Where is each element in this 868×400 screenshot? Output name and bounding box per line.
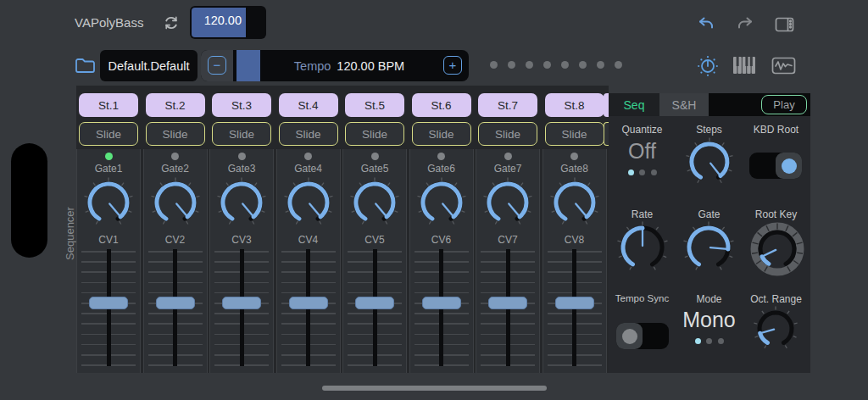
slide-button[interactable]: Slide [478, 122, 537, 146]
gate-knob[interactable] [149, 176, 202, 229]
side-panel-toggle-button[interactable] [773, 14, 795, 35]
step-button[interactable]: St.6 [412, 93, 471, 117]
mode-value[interactable]: Mono [676, 308, 743, 332]
slide-button[interactable]: Slide [146, 122, 205, 146]
step-button[interactable]: St.7 [478, 93, 537, 117]
steps-knob[interactable] [684, 136, 735, 187]
step-active-dot [171, 153, 179, 160]
preset-name: Default.Default [108, 59, 190, 73]
scope-view-button[interactable] [770, 53, 797, 77]
step-button[interactable]: St.5 [345, 93, 404, 117]
root-key-knob[interactable] [748, 220, 806, 278]
cv-slider-handle[interactable] [89, 297, 128, 309]
mode-dots [676, 338, 743, 344]
kbd-root-toggle[interactable] [749, 153, 802, 179]
slide-button[interactable]: Slide [545, 122, 604, 146]
step-button[interactable]: St.4 [279, 93, 338, 117]
step-active-dot [371, 153, 379, 160]
slide-button[interactable]: Slide [412, 122, 471, 146]
oct-range-knob[interactable] [752, 305, 799, 353]
gate-knob[interactable] [481, 176, 534, 229]
folder-icon [74, 55, 97, 75]
step-panel: Gate7 CV7 [476, 149, 540, 373]
cv-slider[interactable] [281, 249, 336, 369]
gate-knob[interactable] [82, 176, 135, 229]
cv-slider[interactable] [148, 249, 203, 369]
bpm-value: 120.00 [190, 6, 244, 36]
seq-settings-panel: Quantize Steps KBD Root Off Rate Gate Ro… [609, 116, 810, 373]
slide-button[interactable]: Slide [279, 122, 338, 146]
slide-button[interactable]: Slide [79, 122, 138, 146]
step-button[interactable]: St.8 [545, 93, 604, 117]
tempo-plus-button[interactable]: + [443, 56, 462, 75]
cv-slider[interactable] [481, 249, 535, 369]
cv-slider-handle[interactable] [289, 297, 328, 309]
cv-slider[interactable] [214, 249, 269, 369]
step-button[interactable]: St.1 [79, 93, 138, 117]
keyboard-view-button[interactable] [731, 53, 758, 77]
slide-button[interactable]: Slide [212, 122, 271, 146]
folder-button[interactable] [73, 54, 97, 76]
cv-slider-handle[interactable] [355, 297, 394, 309]
side-handle-pill[interactable] [11, 143, 47, 258]
step-active-dot [570, 153, 578, 160]
toggle-knob [622, 329, 637, 344]
play-button[interactable]: Play [761, 95, 807, 114]
gate-knob[interactable] [348, 176, 401, 229]
tab-seq[interactable]: Seq [609, 93, 659, 116]
cv-slider-handle[interactable] [555, 297, 594, 309]
tempo-value: 120.00 BPM [337, 59, 404, 73]
redo-button[interactable] [735, 14, 755, 34]
app-title: VAPolyBass [75, 15, 143, 30]
knob-dial-icon [695, 53, 721, 78]
toggle-pad [776, 153, 802, 179]
cv-slider[interactable] [348, 249, 402, 369]
cv-slider[interactable] [81, 249, 136, 369]
cv-label: CV2 [144, 234, 207, 246]
gate-knob-panel[interactable] [682, 220, 736, 275]
cv-slider[interactable] [415, 249, 469, 369]
cv-slider[interactable] [548, 249, 602, 369]
sequencer-column: St.5 Slide Gate5 CV5 [342, 86, 407, 373]
side-panel-icon [774, 14, 795, 35]
gate-label: Gate2 [144, 163, 207, 175]
cv-slider-handle[interactable] [156, 297, 195, 309]
gate-knob[interactable] [282, 176, 335, 229]
gate-knob[interactable] [415, 176, 468, 229]
cv-label: CV4 [277, 234, 340, 246]
gate-knob[interactable] [215, 176, 268, 229]
horizontal-scrollbar[interactable] [322, 386, 547, 391]
quantize-value[interactable]: Off [609, 139, 676, 164]
sequencer-column: St.8 Slide Gate8 CV8 [542, 86, 607, 373]
gate-label: Gate8 [543, 163, 606, 175]
tempo-minus-button[interactable]: − [208, 56, 226, 75]
quantize-dots [609, 169, 676, 175]
cv-slider-handle[interactable] [422, 297, 461, 309]
bpm-value-box[interactable]: 120.00 [190, 6, 266, 39]
step-button[interactable]: St.2 [146, 93, 205, 117]
piano-keys-icon [732, 54, 757, 76]
sync-icon[interactable] [160, 12, 182, 34]
oct-range-label: Oct. Range [743, 293, 810, 305]
gate-label: Gate7 [476, 163, 539, 175]
tempo-settings-button[interactable] [695, 53, 721, 78]
kbd-root-label: KBD Root [743, 124, 810, 136]
tempo-sync-toggle[interactable] [616, 323, 669, 349]
tab-sh[interactable]: S&H [659, 93, 709, 116]
page-indicator-dots[interactable] [490, 61, 622, 69]
undo-button[interactable] [696, 14, 716, 34]
step-active-dot [504, 153, 512, 160]
sequencer-column: St.6 Slide Gate6 CV6 [409, 86, 474, 373]
tempo-control[interactable]: − Tempo 120.00 BPM + [201, 50, 469, 81]
slide-button[interactable]: Slide [345, 122, 404, 146]
step-panel: Gate2 CV2 [143, 149, 208, 373]
rate-knob[interactable] [615, 220, 670, 275]
step-button[interactable]: St.3 [212, 93, 271, 117]
tempo-slider-handle[interactable] [236, 50, 260, 81]
tempo-label: Tempo [294, 59, 331, 73]
gate-label: Gate6 [410, 163, 473, 175]
gate-knob[interactable] [548, 176, 601, 229]
preset-selector[interactable]: Default.Default [100, 50, 198, 81]
cv-slider-handle[interactable] [222, 297, 261, 309]
cv-slider-handle[interactable] [488, 297, 527, 309]
